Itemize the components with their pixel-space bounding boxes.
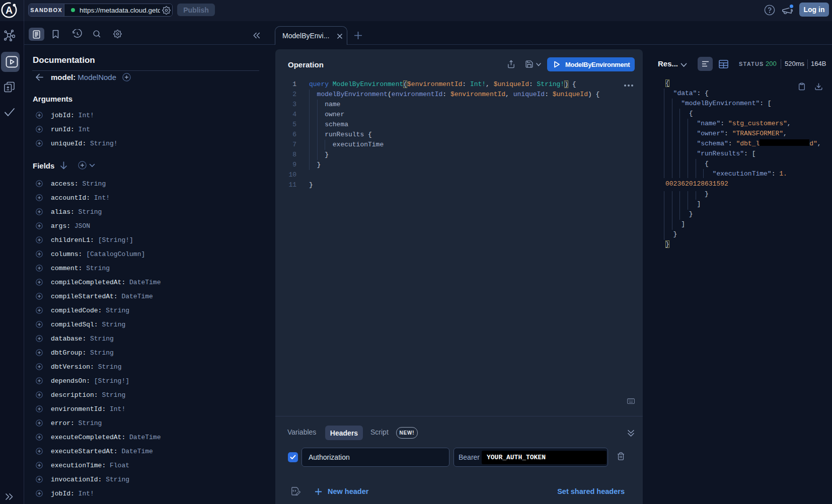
svg-text:A: A — [6, 5, 13, 16]
